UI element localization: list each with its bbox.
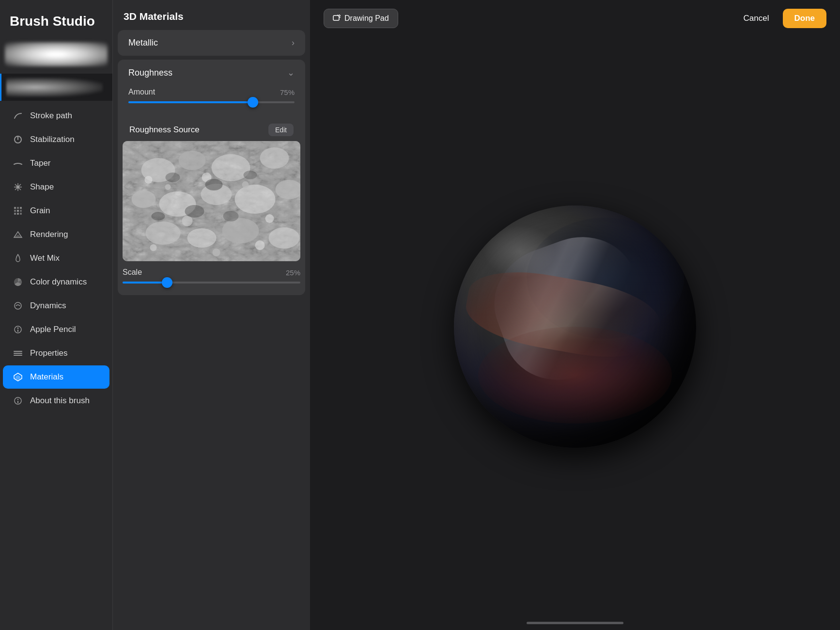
svg-point-49 xyxy=(182,216,193,226)
scrollbar-thumb[interactable] xyxy=(527,622,623,624)
scale-slider-fill xyxy=(123,282,167,284)
svg-point-17 xyxy=(15,302,21,309)
main-panel: 3D Materials Metallic › Roughness ⌄ Amou… xyxy=(112,0,310,630)
viewport-header: Drawing Pad Cancel Done xyxy=(310,0,840,37)
roughness-texture-preview xyxy=(123,141,300,261)
svg-point-56 xyxy=(185,205,204,218)
metallic-label: Metallic xyxy=(128,38,158,48)
cancel-button[interactable]: Cancel xyxy=(736,9,777,28)
wet-mix-icon xyxy=(13,253,23,264)
apple-pencil-icon xyxy=(13,324,23,335)
roughness-header[interactable]: Roughness ⌄ xyxy=(118,60,305,86)
svg-rect-6 xyxy=(14,207,16,209)
brush-preview-area xyxy=(0,36,112,101)
svg-point-52 xyxy=(255,240,265,250)
svg-rect-11 xyxy=(20,210,22,212)
properties-icon xyxy=(13,348,23,359)
sidebar-navigation: Stroke path Stabilization Taper xyxy=(0,101,112,630)
sidebar-item-wet-mix[interactable]: Wet Mix xyxy=(3,247,109,270)
panel-title: 3D Materials xyxy=(113,0,310,30)
svg-rect-60 xyxy=(333,16,339,20)
scrollbar-container xyxy=(310,616,840,630)
viewport-actions: Cancel Done xyxy=(736,9,826,28)
amount-slider-track[interactable] xyxy=(128,101,295,103)
svg-point-55 xyxy=(244,171,257,179)
scale-label: Scale xyxy=(123,268,142,277)
drawing-pad-label: Drawing Pad xyxy=(344,14,389,23)
sidebar-label-rendering: Rendering xyxy=(30,230,68,239)
done-button[interactable]: Done xyxy=(783,9,827,28)
sidebar-item-dynamics[interactable]: Dynamics xyxy=(3,294,109,317)
scale-label-row: Scale 25% xyxy=(123,268,300,277)
svg-point-58 xyxy=(152,212,165,220)
svg-point-32 xyxy=(179,151,206,170)
drawing-pad-button[interactable]: Drawing Pad xyxy=(324,9,398,28)
svg-point-57 xyxy=(223,211,239,221)
svg-point-51 xyxy=(213,249,220,256)
sidebar-item-rendering[interactable]: Rendering xyxy=(3,223,109,246)
metallic-chevron-icon: › xyxy=(292,38,295,48)
amount-slider-row: Amount 75% xyxy=(128,88,295,103)
sidebar-label-taper: Taper xyxy=(30,158,51,168)
stabilization-icon xyxy=(13,134,23,145)
roughness-source-label: Roughness Source xyxy=(129,125,200,135)
svg-point-34 xyxy=(260,147,289,169)
sidebar: Brush Studio Stroke path xyxy=(0,0,112,630)
svg-rect-13 xyxy=(17,213,19,215)
svg-rect-12 xyxy=(14,213,16,215)
roughness-expanded-content: Amount 75% xyxy=(118,86,305,119)
sidebar-item-shape[interactable]: Shape xyxy=(3,175,109,199)
sidebar-label-wet-mix: Wet Mix xyxy=(30,253,60,263)
sidebar-item-taper[interactable]: Taper xyxy=(3,152,109,175)
svg-point-19 xyxy=(17,328,19,329)
app-title: Brush Studio xyxy=(0,0,112,36)
svg-point-48 xyxy=(265,214,274,223)
sidebar-label-grain: Grain xyxy=(30,206,50,216)
svg-point-41 xyxy=(187,228,217,248)
sphere-container xyxy=(310,37,840,616)
svg-rect-10 xyxy=(17,210,19,212)
stroke-path-icon xyxy=(13,110,23,121)
sphere-bottom-glow xyxy=(478,327,672,424)
scale-slider-row: Scale 25% xyxy=(123,268,300,284)
scale-slider-thumb[interactable] xyxy=(162,277,172,288)
amount-slider-fill xyxy=(128,101,253,103)
edit-button[interactable]: Edit xyxy=(268,124,294,136)
sidebar-item-stabilization[interactable]: Stabilization xyxy=(3,128,109,151)
sidebar-label-apple-pencil: Apple Pencil xyxy=(30,325,76,334)
sidebar-item-grain[interactable]: Grain xyxy=(3,199,109,222)
metallic-row[interactable]: Metallic › xyxy=(118,30,305,56)
svg-rect-9 xyxy=(14,210,16,212)
amount-label: Amount xyxy=(128,88,155,96)
roughness-source-section: Roughness Source Edit xyxy=(118,119,305,295)
roughness-section: Roughness ⌄ Amount 75% xyxy=(118,60,305,295)
sidebar-label-about: About this brush xyxy=(30,396,90,406)
svg-point-40 xyxy=(146,221,181,245)
viewport: Drawing Pad Cancel Done xyxy=(310,0,840,630)
color-dynamics-icon xyxy=(13,277,23,287)
scale-slider-track[interactable] xyxy=(123,282,300,284)
sidebar-item-stroke-path[interactable]: Stroke path xyxy=(3,104,109,127)
texture-svg xyxy=(123,141,300,261)
svg-point-35 xyxy=(132,190,156,208)
brush-preview-dark xyxy=(0,74,112,101)
sidebar-label-stabilization: Stabilization xyxy=(30,135,75,144)
sidebar-item-about[interactable]: About this brush xyxy=(3,389,109,412)
drawing-pad-icon xyxy=(333,15,341,22)
brush-preview-stroke xyxy=(0,36,112,73)
3d-sphere-preview xyxy=(454,205,696,448)
roughness-chevron-icon: ⌄ xyxy=(287,67,295,78)
sidebar-item-materials[interactable]: Materials xyxy=(3,365,109,389)
sidebar-label-materials: Materials xyxy=(30,372,63,382)
amount-slider-thumb[interactable] xyxy=(248,97,258,108)
svg-point-54 xyxy=(205,179,223,190)
svg-point-47 xyxy=(242,181,249,188)
amount-value: 75% xyxy=(280,88,295,96)
sidebar-item-color-dynamics[interactable]: Color dynamics xyxy=(3,270,109,294)
svg-point-44 xyxy=(145,176,153,184)
sidebar-item-properties[interactable]: Properties xyxy=(3,342,109,365)
brush-stroke-visual-2 xyxy=(6,78,103,97)
sphere-highlight xyxy=(483,225,556,278)
sidebar-item-apple-pencil[interactable]: Apple Pencil xyxy=(3,318,109,341)
svg-point-42 xyxy=(222,218,259,243)
